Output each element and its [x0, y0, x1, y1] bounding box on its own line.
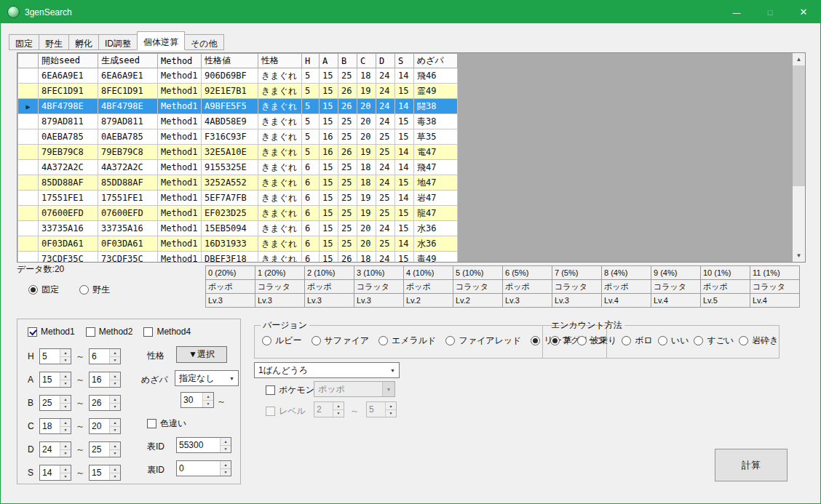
cell-生成seed[interactable]: 33735A16: [98, 221, 158, 236]
cell-開始seed[interactable]: 8FEC1D91: [39, 84, 98, 99]
spinner-down-icon[interactable]: ▼: [60, 403, 71, 411]
iv-C-min[interactable]: 18▲▼: [39, 418, 71, 434]
spinner-up-icon[interactable]: ▲: [202, 393, 213, 400]
level-checkbox[interactable]: レベル: [266, 405, 306, 417]
cell-生成seed[interactable]: 0AEBA785: [98, 129, 158, 145]
cell-性格値[interactable]: 16D31933: [202, 236, 258, 252]
row-selector[interactable]: [18, 84, 39, 99]
cell-B[interactable]: 25: [338, 160, 357, 175]
hidden-power-min[interactable]: 30▲▼: [181, 392, 214, 408]
cell-Method[interactable]: Method1: [158, 236, 202, 252]
spinner-down-icon[interactable]: ▼: [60, 473, 71, 481]
cell-S[interactable]: 15: [395, 175, 414, 191]
encounter-radio-波乗り[interactable]: 波乗り: [577, 335, 616, 347]
mode-radio-固定[interactable]: 固定: [28, 284, 59, 296]
grid-row[interactable]: 879AD811879AD811Method14ABD58E9きまぐれ51525…: [18, 114, 458, 129]
cell-B[interactable]: 25: [338, 206, 357, 221]
cell-B[interactable]: 25: [338, 114, 357, 129]
grid-row[interactable]: 17551FE117551FE1Method15EF7A7FBきまぐれ61525…: [18, 191, 458, 206]
cell-D[interactable]: 24: [376, 68, 395, 84]
spinner-down-icon[interactable]: ▼: [109, 473, 120, 481]
cell-性格[interactable]: きまぐれ: [258, 160, 302, 175]
spinner-up-icon[interactable]: ▲: [60, 442, 71, 449]
cell-A[interactable]: 15: [320, 221, 338, 236]
cell-性格[interactable]: きまぐれ: [258, 68, 302, 84]
spinner-down-icon[interactable]: ▼: [60, 380, 71, 388]
grid-row[interactable]: 85DD88AF85DD88AFMethod13252A552きまぐれ61525…: [18, 175, 458, 191]
grid-row[interactable]: 0F03DA610F03DA61Method116D31933きまぐれ61525…: [18, 236, 458, 252]
column-header-C[interactable]: C: [357, 54, 376, 68]
spinner-down-icon[interactable]: ▼: [202, 400, 213, 408]
cell-D[interactable]: 24: [376, 252, 395, 263]
spinner-up-icon[interactable]: ▲: [220, 461, 231, 468]
row-selector[interactable]: [18, 129, 39, 145]
cell-D[interactable]: 24: [376, 175, 395, 191]
tab-ID調整[interactable]: ID調整: [98, 34, 138, 50]
cell-Method[interactable]: Method1: [158, 252, 202, 263]
cell-D[interactable]: 24: [376, 160, 395, 175]
nature-select-button[interactable]: ▼選択: [176, 346, 227, 363]
sid-input[interactable]: 0▲▼: [176, 460, 231, 476]
cell-B[interactable]: 25: [338, 221, 357, 236]
cell-開始seed[interactable]: 17551FE1: [39, 191, 98, 206]
cell-生成seed[interactable]: 73CDF35C: [98, 252, 158, 263]
cell-H[interactable]: 6: [302, 160, 320, 175]
grid-row[interactable]: 6EA6A9E16EA6A9E1Method1906D69BFきまぐれ51525…: [18, 68, 458, 84]
cell-性格値[interactable]: F316C93F: [202, 129, 258, 145]
level-min[interactable]: 2▲▼: [314, 401, 344, 417]
iv-A-max[interactable]: 16▲▼: [89, 372, 121, 388]
grid-row[interactable]: 8FEC1D918FEC1D91Method192E1E7B1きまぐれ51526…: [18, 84, 458, 99]
cell-Method[interactable]: Method1: [158, 129, 202, 145]
shiny-checkbox[interactable]: 色違い: [147, 417, 186, 430]
cell-D[interactable]: 25: [376, 236, 395, 252]
close-button[interactable]: ✕: [787, 1, 820, 23]
cell-C[interactable]: 18: [357, 68, 376, 84]
cell-開始seed[interactable]: 07600EFD: [39, 206, 98, 221]
column-header-性格値[interactable]: 性格値: [202, 54, 258, 68]
cell-B[interactable]: 25: [338, 191, 357, 206]
cell-B[interactable]: 25: [338, 236, 357, 252]
cell-B[interactable]: 26: [338, 145, 357, 160]
cell-D[interactable]: 25: [376, 206, 395, 221]
row-selector[interactable]: [18, 175, 39, 191]
iv-B-min[interactable]: 25▲▼: [39, 395, 71, 411]
cell-D[interactable]: 24: [376, 114, 395, 129]
spinner-down-icon[interactable]: ▼: [109, 356, 120, 364]
cell-性格[interactable]: きまぐれ: [258, 129, 302, 145]
spinner-down-icon[interactable]: ▼: [220, 445, 231, 453]
cell-B[interactable]: 26: [338, 84, 357, 99]
column-header-性格[interactable]: 性格: [258, 54, 302, 68]
cell-B[interactable]: 25: [338, 68, 357, 84]
spinner-down-icon[interactable]: ▼: [60, 449, 71, 457]
cell-C[interactable]: 18: [357, 252, 376, 263]
cell-A[interactable]: 15: [320, 236, 338, 252]
column-header-B[interactable]: B: [338, 54, 357, 68]
cell-開始seed[interactable]: 0F03DA61: [39, 236, 98, 252]
column-header-開始seed[interactable]: 開始seed: [39, 54, 98, 68]
iv-B-max[interactable]: 26▲▼: [89, 395, 121, 411]
cell-D[interactable]: 25: [376, 129, 395, 145]
cell-C[interactable]: 18: [357, 175, 376, 191]
spinner-down-icon[interactable]: ▼: [109, 380, 120, 388]
scroll-down-icon[interactable]: ▼: [793, 249, 805, 262]
grid-row[interactable]: 0AEBA7850AEBA785Method1F316C93Fきまぐれ51625…: [18, 129, 458, 145]
tid-input[interactable]: 55300▲▼: [176, 437, 231, 453]
iv-S-min[interactable]: 14▲▼: [39, 465, 71, 481]
version-radio-ファイアレッド[interactable]: ファイアレッド: [445, 335, 521, 347]
cell-性格値[interactable]: EF023D25: [202, 206, 258, 221]
spinner-down-icon[interactable]: ▼: [220, 468, 231, 476]
cell-Method[interactable]: Method1: [158, 221, 202, 236]
cell-H[interactable]: 5: [302, 68, 320, 84]
cell-開始seed[interactable]: 4BF4798E: [39, 99, 98, 114]
iv-S-max[interactable]: 15▲▼: [89, 465, 121, 481]
location-select[interactable]: 1ばんどうろ ▼: [254, 362, 400, 378]
cell-S[interactable]: 15: [395, 252, 414, 263]
grid-row[interactable]: 79EB79C879EB79C8Method132E5A10Eきまぐれ51626…: [18, 145, 458, 160]
iv-D-max[interactable]: 25▲▼: [89, 441, 121, 457]
cell-Method[interactable]: Method1: [158, 206, 202, 221]
calculate-button[interactable]: 計算: [715, 449, 788, 481]
cell-S[interactable]: 15: [395, 221, 414, 236]
cell-性格[interactable]: きまぐれ: [258, 114, 302, 129]
cell-S[interactable]: 14: [395, 160, 414, 175]
iv-H-min[interactable]: 5▲▼: [39, 348, 71, 364]
